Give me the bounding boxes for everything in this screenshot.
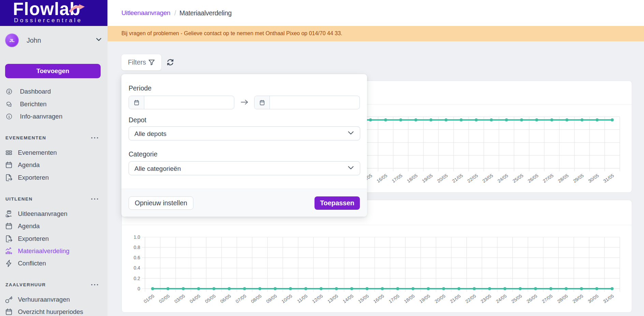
svg-text:0.2: 0.2 (134, 276, 140, 281)
svg-text:17/05: 17/05 (388, 293, 400, 304)
svg-text:27/05: 27/05 (541, 293, 553, 304)
svg-text:11/05: 11/05 (296, 293, 309, 304)
svg-text:04/05: 04/05 (189, 293, 201, 304)
svg-text:1.0: 1.0 (134, 235, 141, 240)
svg-text:30/05: 30/05 (587, 293, 599, 304)
svg-text:08/05: 08/05 (250, 293, 262, 304)
svg-text:16/05: 16/05 (372, 293, 385, 304)
svg-text:23/05: 23/05 (482, 173, 494, 184)
svg-text:29/05: 29/05 (572, 173, 585, 184)
svg-text:19/05: 19/05 (419, 293, 431, 304)
svg-text:15/05: 15/05 (357, 293, 369, 304)
svg-text:22/05: 22/05 (466, 173, 479, 184)
svg-text:18/05: 18/05 (403, 293, 415, 304)
svg-text:02/05: 02/05 (158, 293, 171, 304)
svg-text:30/05: 30/05 (587, 173, 600, 184)
svg-text:0: 0 (137, 286, 140, 291)
svg-text:24/05: 24/05 (497, 173, 509, 184)
svg-text:18/05: 18/05 (406, 173, 418, 184)
svg-text:01/05: 01/05 (143, 293, 155, 304)
svg-text:25/05: 25/05 (510, 293, 523, 304)
svg-text:07/05: 07/05 (235, 293, 247, 304)
svg-text:12/05: 12/05 (311, 293, 324, 304)
svg-text:29/05: 29/05 (572, 293, 584, 304)
svg-text:26/05: 26/05 (527, 173, 539, 184)
svg-text:14/05: 14/05 (342, 293, 354, 304)
svg-text:25/05: 25/05 (512, 173, 524, 184)
svg-text:17/05: 17/05 (391, 173, 403, 184)
svg-text:13/05: 13/05 (327, 293, 339, 304)
svg-text:0.8: 0.8 (134, 245, 141, 250)
svg-text:16/05: 16/05 (376, 173, 388, 184)
svg-text:28/05: 28/05 (556, 293, 569, 304)
svg-text:31/05: 31/05 (602, 173, 615, 184)
svg-text:24/05: 24/05 (495, 293, 507, 304)
svg-text:31/05: 31/05 (602, 293, 615, 304)
svg-text:21/05: 21/05 (451, 173, 464, 184)
svg-text:0.6: 0.6 (134, 255, 141, 260)
svg-text:10/05: 10/05 (281, 293, 293, 304)
svg-text:0.4: 0.4 (134, 265, 141, 271)
svg-text:20/05: 20/05 (436, 173, 449, 184)
svg-text:19/05: 19/05 (421, 173, 434, 184)
svg-text:20/05: 20/05 (434, 293, 446, 304)
svg-text:26/05: 26/05 (526, 293, 538, 304)
svg-text:27/05: 27/05 (542, 173, 554, 184)
svg-text:22/05: 22/05 (465, 293, 477, 304)
svg-text:21/05: 21/05 (449, 293, 462, 304)
svg-text:03/05: 03/05 (174, 293, 186, 304)
svg-text:06/05: 06/05 (219, 293, 232, 304)
svg-text:09/05: 09/05 (265, 293, 278, 304)
svg-text:05/05: 05/05 (204, 293, 216, 304)
svg-text:23/05: 23/05 (480, 293, 492, 304)
svg-text:28/05: 28/05 (557, 173, 569, 184)
